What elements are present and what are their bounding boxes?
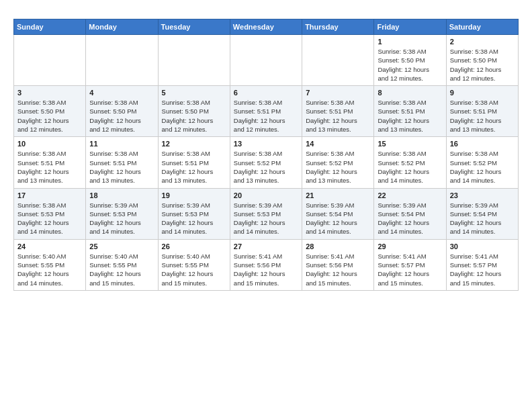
day-number: 2: [450, 38, 515, 46]
day-info: Sunrise: 5:38 AMSunset: 5:52 PMDaylight:…: [378, 149, 442, 185]
day-info: Sunrise: 5:38 AMSunset: 5:50 PMDaylight:…: [17, 98, 82, 134]
weekday-header: Friday: [374, 19, 446, 35]
page: General Blue SundayMondayTuesdayWednesda…: [0, 0, 532, 411]
day-number: 29: [378, 242, 442, 250]
day-info: Sunrise: 5:38 AMSunset: 5:50 PMDaylight:…: [89, 98, 154, 134]
calendar-week: 10Sunrise: 5:38 AMSunset: 5:51 PMDayligh…: [14, 137, 519, 188]
day-number: 11: [89, 140, 154, 148]
calendar-week: 3Sunrise: 5:38 AMSunset: 5:50 PMDaylight…: [14, 86, 519, 137]
calendar-cell: 7Sunrise: 5:38 AMSunset: 5:51 PMDaylight…: [302, 86, 374, 137]
calendar-week: 24Sunrise: 5:40 AMSunset: 5:55 PMDayligh…: [14, 239, 519, 290]
calendar-cell: 6Sunrise: 5:38 AMSunset: 5:51 PMDaylight…: [230, 86, 302, 137]
calendar-cell: [14, 35, 86, 86]
day-info: Sunrise: 5:41 AMSunset: 5:57 PMDaylight:…: [378, 252, 442, 287]
day-info: Sunrise: 5:39 AMSunset: 5:53 PMDaylight:…: [89, 201, 154, 236]
day-info: Sunrise: 5:38 AMSunset: 5:51 PMDaylight:…: [306, 98, 370, 134]
day-info: Sunrise: 5:38 AMSunset: 5:51 PMDaylight:…: [162, 149, 226, 185]
calendar-cell: 21Sunrise: 5:39 AMSunset: 5:54 PMDayligh…: [302, 188, 374, 239]
day-number: 14: [306, 140, 370, 148]
day-info: Sunrise: 5:40 AMSunset: 5:55 PMDaylight:…: [17, 252, 82, 287]
weekday-header: Sunday: [14, 19, 86, 35]
day-number: 3: [17, 89, 82, 97]
calendar-cell: 8Sunrise: 5:38 AMSunset: 5:51 PMDaylight…: [374, 86, 446, 137]
day-number: 6: [234, 89, 298, 97]
calendar-cell: 19Sunrise: 5:39 AMSunset: 5:53 PMDayligh…: [158, 188, 230, 239]
day-info: Sunrise: 5:38 AMSunset: 5:50 PMDaylight:…: [450, 47, 515, 83]
calendar-cell: 2Sunrise: 5:38 AMSunset: 5:50 PMDaylight…: [446, 35, 518, 86]
calendar-cell: 12Sunrise: 5:38 AMSunset: 5:51 PMDayligh…: [158, 137, 230, 188]
day-number: 22: [378, 191, 442, 199]
day-info: Sunrise: 5:41 AMSunset: 5:56 PMDaylight:…: [234, 252, 298, 287]
calendar-cell: 11Sunrise: 5:38 AMSunset: 5:51 PMDayligh…: [86, 137, 158, 188]
day-info: Sunrise: 5:41 AMSunset: 5:57 PMDaylight:…: [450, 252, 515, 287]
day-number: 17: [17, 191, 82, 199]
calendar-cell: 16Sunrise: 5:38 AMSunset: 5:52 PMDayligh…: [446, 137, 518, 188]
day-info: Sunrise: 5:38 AMSunset: 5:51 PMDaylight:…: [17, 149, 82, 185]
calendar-cell: 25Sunrise: 5:40 AMSunset: 5:55 PMDayligh…: [86, 239, 158, 290]
calendar-cell: 23Sunrise: 5:39 AMSunset: 5:54 PMDayligh…: [446, 188, 518, 239]
calendar-cell: 20Sunrise: 5:39 AMSunset: 5:53 PMDayligh…: [230, 188, 302, 239]
day-number: 30: [450, 242, 515, 250]
day-info: Sunrise: 5:40 AMSunset: 5:55 PMDaylight:…: [162, 252, 226, 287]
day-number: 24: [17, 242, 82, 250]
calendar-cell: 5Sunrise: 5:38 AMSunset: 5:50 PMDaylight…: [158, 86, 230, 137]
calendar-cell: [230, 35, 302, 86]
day-number: 9: [450, 89, 515, 97]
calendar-cell: [158, 35, 230, 86]
weekday-header: Thursday: [302, 19, 374, 35]
day-number: 12: [162, 140, 226, 148]
weekday-header: Monday: [86, 19, 158, 35]
calendar-cell: 4Sunrise: 5:38 AMSunset: 5:50 PMDaylight…: [86, 86, 158, 137]
day-info: Sunrise: 5:38 AMSunset: 5:51 PMDaylight:…: [450, 98, 515, 134]
day-info: Sunrise: 5:38 AMSunset: 5:50 PMDaylight:…: [162, 98, 226, 134]
day-info: Sunrise: 5:38 AMSunset: 5:52 PMDaylight:…: [450, 149, 515, 185]
day-number: 4: [89, 89, 154, 97]
day-number: 20: [234, 191, 298, 199]
day-info: Sunrise: 5:39 AMSunset: 5:54 PMDaylight:…: [306, 201, 370, 236]
calendar-cell: [302, 35, 374, 86]
calendar-cell: 26Sunrise: 5:40 AMSunset: 5:55 PMDayligh…: [158, 239, 230, 290]
day-info: Sunrise: 5:38 AMSunset: 5:52 PMDaylight:…: [234, 149, 298, 185]
calendar-cell: [86, 35, 158, 86]
calendar-body: 1Sunrise: 5:38 AMSunset: 5:50 PMDaylight…: [14, 35, 519, 291]
header: General Blue: [13, 11, 519, 12]
day-number: 21: [306, 191, 370, 199]
day-info: Sunrise: 5:38 AMSunset: 5:51 PMDaylight:…: [234, 98, 298, 134]
calendar-cell: 17Sunrise: 5:38 AMSunset: 5:53 PMDayligh…: [14, 188, 86, 239]
day-number: 27: [234, 242, 298, 250]
day-number: 5: [162, 89, 226, 97]
calendar-week: 1Sunrise: 5:38 AMSunset: 5:50 PMDaylight…: [14, 35, 519, 86]
day-info: Sunrise: 5:39 AMSunset: 5:53 PMDaylight:…: [234, 201, 298, 236]
calendar-cell: 3Sunrise: 5:38 AMSunset: 5:50 PMDaylight…: [14, 86, 86, 137]
calendar-cell: 22Sunrise: 5:39 AMSunset: 5:54 PMDayligh…: [374, 188, 446, 239]
day-info: Sunrise: 5:38 AMSunset: 5:51 PMDaylight:…: [89, 149, 154, 185]
calendar-cell: 24Sunrise: 5:40 AMSunset: 5:55 PMDayligh…: [14, 239, 86, 290]
weekday-header: Tuesday: [158, 19, 230, 35]
day-number: 23: [450, 191, 515, 199]
day-number: 19: [162, 191, 226, 199]
day-number: 25: [89, 242, 154, 250]
day-info: Sunrise: 5:40 AMSunset: 5:55 PMDaylight:…: [89, 252, 154, 287]
calendar-table: SundayMondayTuesdayWednesdayThursdayFrid…: [13, 19, 519, 291]
day-number: 16: [450, 140, 515, 148]
weekday-row: SundayMondayTuesdayWednesdayThursdayFrid…: [14, 19, 519, 35]
day-number: 8: [378, 89, 442, 97]
calendar-header: SundayMondayTuesdayWednesdayThursdayFrid…: [14, 19, 519, 35]
day-info: Sunrise: 5:38 AMSunset: 5:53 PMDaylight:…: [17, 201, 82, 236]
calendar-cell: 18Sunrise: 5:39 AMSunset: 5:53 PMDayligh…: [86, 188, 158, 239]
calendar-cell: 29Sunrise: 5:41 AMSunset: 5:57 PMDayligh…: [374, 239, 446, 290]
day-number: 10: [17, 140, 82, 148]
calendar-cell: 10Sunrise: 5:38 AMSunset: 5:51 PMDayligh…: [14, 137, 86, 188]
day-info: Sunrise: 5:41 AMSunset: 5:56 PMDaylight:…: [306, 252, 370, 287]
day-info: Sunrise: 5:38 AMSunset: 5:52 PMDaylight:…: [306, 149, 370, 185]
day-info: Sunrise: 5:39 AMSunset: 5:54 PMDaylight:…: [378, 201, 442, 236]
weekday-header: Saturday: [446, 19, 518, 35]
calendar-cell: 14Sunrise: 5:38 AMSunset: 5:52 PMDayligh…: [302, 137, 374, 188]
day-info: Sunrise: 5:38 AMSunset: 5:50 PMDaylight:…: [378, 47, 442, 83]
calendar-cell: 30Sunrise: 5:41 AMSunset: 5:57 PMDayligh…: [446, 239, 518, 290]
calendar-cell: 13Sunrise: 5:38 AMSunset: 5:52 PMDayligh…: [230, 137, 302, 188]
day-number: 18: [89, 191, 154, 199]
day-number: 13: [234, 140, 298, 148]
day-number: 28: [306, 242, 370, 250]
calendar-cell: 1Sunrise: 5:38 AMSunset: 5:50 PMDaylight…: [374, 35, 446, 86]
